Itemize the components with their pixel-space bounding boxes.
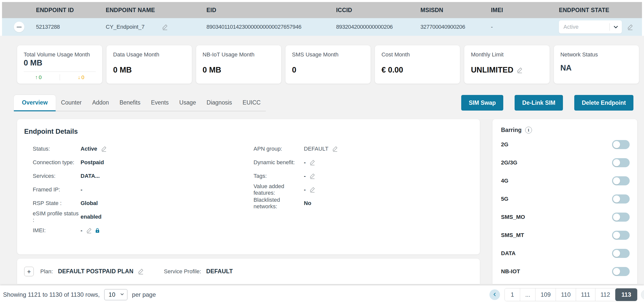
endpoints-table-header: ENDPOINT ID ENDPOINT NAME EID ICCID MSIS… bbox=[2, 2, 642, 18]
edit-endpoint-state-button[interactable] bbox=[627, 24, 633, 30]
barring-row-5g: 5G bbox=[501, 190, 630, 208]
stat-cards-row: Total Volume Usage Month 0 MB ↑0 ↓0 Data… bbox=[17, 45, 639, 84]
card-title: Monthly Limit bbox=[471, 51, 543, 58]
edit-endpoint-name-button[interactable] bbox=[162, 24, 168, 30]
plan-panel: + Plan: DEFAULT POSTPAID PLAN Service Pr… bbox=[17, 259, 480, 284]
page-button-110[interactable]: 110 bbox=[556, 288, 576, 301]
chevron-down-icon bbox=[610, 24, 622, 30]
chevron-down-icon bbox=[120, 291, 125, 298]
imei-lock-icon bbox=[94, 227, 100, 233]
main-content: Total Volume Usage Month 0 MB ↑0 ↓0 Data… bbox=[0, 36, 644, 285]
collapse-row-button[interactable] bbox=[14, 22, 24, 32]
toggle-data[interactable] bbox=[612, 249, 630, 258]
toggle-sms-mt[interactable] bbox=[612, 231, 630, 240]
card-value: € 0.00 bbox=[381, 65, 453, 75]
page-button-112[interactable]: 112 bbox=[595, 288, 615, 301]
tab-usage[interactable]: Usage bbox=[174, 94, 201, 111]
per-page-label: per page bbox=[132, 291, 156, 298]
detail-row-blacklisted-networks: Blacklisted networks: No bbox=[254, 196, 338, 210]
edit-dynamic-benefit-button[interactable] bbox=[310, 159, 315, 165]
edit-apn-group-button[interactable] bbox=[332, 146, 338, 152]
card-title: SMS Usage Month bbox=[292, 51, 364, 58]
toggle-2g3g[interactable] bbox=[612, 158, 630, 167]
column-header-eid: EID bbox=[206, 7, 336, 14]
tab-addon[interactable]: Addon bbox=[87, 94, 114, 111]
stat-card-cost: Cost Month € 0.00 bbox=[375, 45, 460, 84]
detail-row-value-added-features: Value added features: - bbox=[254, 183, 338, 196]
edit-pencil-icon bbox=[310, 159, 315, 165]
edit-imei-button[interactable] bbox=[86, 227, 92, 233]
page-button-ellipsis[interactable]: ... bbox=[520, 288, 535, 301]
card-title: Data Usage Month bbox=[113, 51, 185, 58]
card-title: Network Status bbox=[560, 51, 632, 58]
edit-monthly-limit-button[interactable] bbox=[517, 67, 523, 73]
endpoint-table-row: 52137288 CY_Endpoint_7 89034011014230000… bbox=[2, 18, 642, 36]
detail-row-imei: IMEI: - bbox=[33, 224, 239, 237]
card-value: NA bbox=[560, 63, 632, 73]
toggle-sms-mo[interactable] bbox=[612, 213, 630, 222]
expand-plan-button[interactable]: + bbox=[24, 267, 34, 276]
page-button-109[interactable]: 109 bbox=[535, 288, 556, 301]
edit-pencil-icon bbox=[101, 146, 107, 152]
card-value: 0 bbox=[292, 65, 364, 75]
page-button-113-active[interactable]: 113 bbox=[615, 288, 637, 301]
stat-card-total-volume: Total Volume Usage Month 0 MB ↑0 ↓0 bbox=[17, 45, 102, 84]
barring-row-sms-mo: SMS_MO bbox=[501, 208, 630, 226]
edit-tags-button[interactable] bbox=[310, 173, 315, 179]
toggle-4g[interactable] bbox=[612, 176, 630, 185]
next-page-button[interactable] bbox=[641, 290, 644, 300]
endpoint-details-title: Endpoint Details bbox=[24, 128, 473, 136]
card-value: 0 MB bbox=[203, 65, 275, 75]
detail-row-apn-group: APN group: DEFAULT bbox=[254, 142, 338, 156]
sim-swap-button[interactable]: SIM Swap bbox=[461, 95, 503, 111]
iccid-value: 8932042000000000206 bbox=[336, 24, 420, 30]
endpoint-state-select[interactable]: Active bbox=[559, 20, 622, 33]
endpoint-name-value: CY_Endpoint_7 bbox=[106, 24, 145, 30]
tab-benefits[interactable]: Benefits bbox=[114, 94, 146, 111]
upload-count: 0 bbox=[39, 74, 42, 80]
column-header-endpoint-id: ENDPOINT ID bbox=[36, 7, 106, 14]
detail-row-connection-type: Connection type: Postpaid bbox=[33, 156, 239, 169]
tab-events[interactable]: Events bbox=[146, 94, 174, 111]
plan-value: DEFAULT POSTPAID PLAN bbox=[58, 268, 133, 275]
endpoint-state-value: Active bbox=[563, 24, 610, 30]
barring-row-data: DATA bbox=[501, 244, 630, 262]
tab-overview[interactable]: Overview bbox=[14, 95, 56, 111]
page-size-select[interactable]: 10 bbox=[104, 289, 127, 300]
delink-sim-button[interactable]: De-Link SIM bbox=[515, 95, 563, 111]
detail-row-status: Status: Active bbox=[33, 142, 239, 156]
tab-diagnosis[interactable]: Diagnosis bbox=[201, 94, 237, 111]
toggle-2g[interactable] bbox=[612, 140, 630, 149]
toggle-nb-iot[interactable] bbox=[612, 267, 630, 276]
edit-pencil-icon bbox=[627, 24, 633, 30]
tab-counter[interactable]: Counter bbox=[56, 94, 87, 111]
edit-status-button[interactable] bbox=[101, 146, 107, 152]
delete-endpoint-button[interactable]: Delete Endpoint bbox=[574, 95, 633, 111]
imei-value: - bbox=[491, 24, 559, 30]
download-arrow-icon: ↓ bbox=[78, 74, 81, 80]
detail-row-framed-ip: Framed IP: - bbox=[33, 183, 239, 196]
edit-pencil-icon bbox=[310, 173, 315, 179]
info-icon[interactable]: i bbox=[525, 127, 532, 133]
detail-row-rsp-state: RSP State : Global bbox=[33, 196, 239, 210]
page-buttons-group: 1 ... 109 110 111 112 113 bbox=[505, 288, 637, 301]
detail-row-dynamic-benefit: Dynamic benefit: - bbox=[254, 156, 338, 169]
previous-page-button[interactable] bbox=[489, 289, 500, 300]
download-count: 0 bbox=[81, 74, 84, 80]
barring-row-2g3g: 2G/3G bbox=[501, 154, 630, 172]
edit-plan-button[interactable] bbox=[138, 268, 144, 275]
tab-list: Overview Counter Addon Benefits Events U… bbox=[14, 94, 266, 111]
plus-icon: + bbox=[27, 268, 31, 275]
toggle-5g[interactable] bbox=[612, 194, 630, 204]
page-button-1[interactable]: 1 bbox=[505, 288, 520, 301]
service-profile-value: DEFAULT bbox=[206, 268, 233, 275]
page-button-111[interactable]: 111 bbox=[576, 288, 595, 301]
edit-pencil-icon bbox=[517, 67, 523, 73]
endpoint-id-value: 52137288 bbox=[36, 24, 106, 30]
column-header-endpoint-name: ENDPOINT NAME bbox=[106, 7, 206, 14]
stat-card-sms-usage: SMS Usage Month 0 bbox=[285, 45, 371, 84]
upload-arrow-icon: ↑ bbox=[35, 74, 38, 80]
tab-euicc[interactable]: EUICC bbox=[237, 94, 266, 111]
column-header-imei: IMEI bbox=[491, 7, 559, 14]
edit-value-added-features-button[interactable] bbox=[310, 187, 315, 193]
